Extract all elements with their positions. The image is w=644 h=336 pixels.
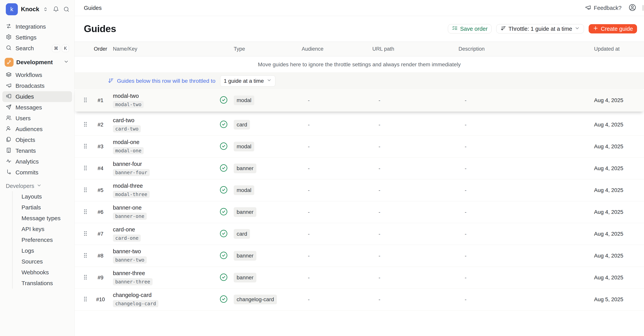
guide-name[interactable]: card-two [113,117,218,124]
drag-handle-icon[interactable] [82,296,89,303]
sidebar-item-users[interactable]: Users [2,113,72,124]
audience-value: - [300,275,371,281]
sidebar-item-api-keys[interactable]: API keys [17,224,72,234]
sidebar-item-label: Logs [22,247,69,254]
sidebar-item-label: Tenants [16,148,69,154]
sidebar-item-translations[interactable]: Translations [17,278,72,289]
sidebar-item-analytics[interactable]: Analytics [2,156,72,167]
sidebar-item-label: Commits [16,169,69,176]
developers-section-toggle[interactable]: Developers [2,183,72,189]
sidebar-item-layouts[interactable]: Layouts [17,191,72,202]
updated-at-value: Aug 4, 2025 [590,187,644,193]
workspace-switcher[interactable]: k Knock [2,0,72,18]
sidebar-item-settings[interactable]: Settings [2,32,72,43]
sidebar-nav: Integrations Settings Search ⌘ K Develop… [2,18,72,289]
guide-name[interactable]: banner-four [113,161,218,167]
audience-value: - [300,296,371,303]
ignore-throttle-dropzone[interactable]: Move guides here to ignore the throttle … [74,56,644,73]
sidebar-item-logs[interactable]: Logs [17,245,72,256]
guide-name[interactable]: banner-three [113,270,218,276]
throttle-dropdown-button[interactable]: Throttle: 1 guide at a time [496,24,584,33]
guide-name[interactable]: modal-one [113,139,218,145]
sort-descending-icon [500,25,506,32]
type-badge: banner [234,164,256,173]
save-order-button[interactable]: Save order [448,24,492,33]
workspace-name: Knock [21,6,39,13]
type-badge: modal [234,185,254,195]
scrollbar-thumb[interactable] [642,5,644,11]
table-row[interactable]: #10 changelog-cardchangelog-card changel… [74,289,644,311]
sidebar-item-guides[interactable]: Guides [2,91,72,102]
table-row[interactable]: #4 banner-fourbanner-four banner - - - A… [74,158,644,179]
drag-handle-icon[interactable] [82,186,89,194]
description-value: - [457,275,590,281]
drag-handle-icon[interactable] [82,165,89,172]
drag-handle-icon[interactable] [82,121,89,128]
drag-handle-icon[interactable] [82,274,89,281]
sidebar-item-label: Preferences [22,237,69,243]
main-content: Guides Feedback? Guides Save order [74,0,644,336]
chevron-down-icon [36,183,42,189]
type-badge: card [234,120,250,130]
drag-handle-icon[interactable] [82,143,89,150]
table-row[interactable]: #8 banner-twobanner-two banner - - - Aug… [74,245,644,267]
sidebar-item-commits[interactable]: Commits [2,167,72,178]
feedback-button[interactable]: Feedback? [585,4,622,12]
audience-value: - [300,97,371,103]
guide-name[interactable]: changelog-card [113,292,218,298]
sidebar-item-preferences[interactable]: Preferences [17,234,72,245]
check-circle-icon [220,251,228,260]
guide-key-badge: banner-three [113,278,152,285]
guide-name[interactable]: modal-three [113,183,218,189]
sidebar-item-partials[interactable]: Partials [17,202,72,213]
guide-name[interactable]: banner-one [113,204,218,211]
search-icon[interactable] [63,6,70,12]
sidebar-item-tenants[interactable]: Tenants [2,145,72,156]
column-audience: Audience [300,46,371,52]
sidebar-item-search[interactable]: Search ⌘ K [2,43,72,54]
url-path-value: - [371,231,457,237]
guide-key-badge: modal-three [113,191,150,198]
environment-switcher[interactable]: Development [2,57,72,68]
table-row[interactable]: #6 banner-onebanner-one banner - - - Aug… [74,201,644,223]
sidebar-item-message-types[interactable]: Message types [17,213,72,224]
updated-at-value: Aug 5, 2025 [590,296,644,303]
bell-icon[interactable] [53,6,59,12]
sidebar-item-sources[interactable]: Sources [17,256,72,267]
sidebar-item-integrations[interactable]: Integrations [2,21,72,32]
guide-name[interactable]: modal-two [113,93,218,99]
page-title: Guides [84,23,448,34]
check-circle-icon [220,185,228,195]
sidebar-item-messages[interactable]: Messages [2,102,72,113]
throttle-note[interactable]: Guides below this row will be throttled … [117,78,216,84]
url-path-value: - [371,144,457,150]
table-row[interactable]: #7 card-onecard-one card - - - Aug 4, 20… [74,223,644,245]
throttle-inline-select[interactable]: 1 guide at a time [220,75,275,87]
guide-name[interactable]: banner-two [113,248,218,255]
drag-handle-icon[interactable] [82,230,89,238]
type-badge: modal [234,142,254,151]
column-name-key: Name/Key [110,46,218,52]
create-guide-button[interactable]: Create guide [588,24,637,33]
sidebar-item-webhooks[interactable]: Webhooks [17,267,72,278]
sidebar-item-workflows[interactable]: Workflows [2,70,72,80]
sidebar-item-broadcasts[interactable]: Broadcasts [2,80,72,91]
topbar: Guides Feedback? [74,0,644,16]
updated-at-value: Aug 4, 2025 [590,231,644,237]
chevrons-up-down-icon[interactable] [42,6,48,12]
send-icon [6,104,12,111]
guide-name[interactable]: card-one [113,226,218,233]
audience-value: - [300,253,371,259]
sort-descending-icon [108,78,114,84]
drag-handle-icon[interactable] [82,252,89,259]
drag-handle-icon[interactable] [82,97,89,104]
table-row[interactable]: #3 modal-onemodal-one modal - - - Aug 4,… [74,136,644,158]
table-row[interactable]: #5 modal-threemodal-three modal - - - Au… [74,179,644,201]
user-avatar-button[interactable] [628,4,636,12]
table-row[interactable]: #9 banner-threebanner-three banner - - -… [74,267,644,289]
table-row[interactable]: #1 modal-twomodal-two modal - - - Aug 4,… [74,89,644,112]
sidebar-item-objects[interactable]: Objects [2,135,72,145]
drag-handle-icon[interactable] [82,208,89,216]
sidebar-item-audiences[interactable]: Audiences [2,124,72,135]
table-row[interactable]: #2 card-twocard-two card - - - Aug 4, 20… [74,114,644,136]
